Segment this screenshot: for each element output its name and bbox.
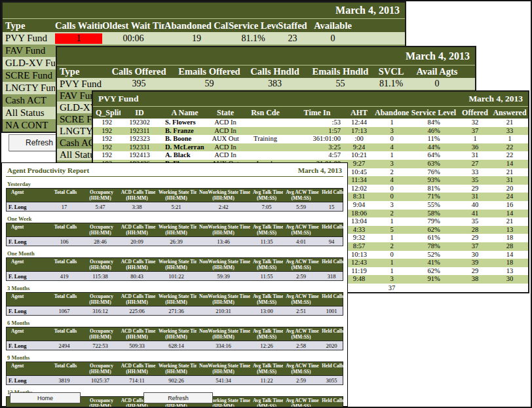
agent-data-row: F. Long2494722:53509:33628:14334:1612:26…	[6, 341, 343, 350]
column-header-name: Held Calls	[319, 224, 344, 230]
column-header-name: Avg ACW Time	[283, 224, 319, 230]
column-header-name: Total Calls	[46, 328, 83, 334]
column-header: Occupancy (HH:MM)	[83, 293, 118, 305]
cell-value: 2:59	[283, 377, 319, 384]
cell-abandoned: 0	[375, 135, 409, 143]
date-label: March 4, 2013	[335, 5, 400, 16]
cell-value: 4:01	[283, 238, 319, 245]
cell-type: GLD-XV Fund	[3, 58, 55, 69]
column-header: Service Level	[229, 20, 278, 31]
cell-answered: 21	[491, 168, 528, 177]
cell-offered: 27	[459, 160, 491, 168]
cell-aht: 10:13	[343, 251, 375, 259]
column-header: Rsn Cde	[240, 108, 291, 118]
column-header: Avg ACW Time (MM:SS)	[283, 293, 319, 305]
cell-value: F. Long	[7, 308, 46, 314]
column-header: Avg Talk Time (MM:SS)	[250, 259, 283, 270]
column-header-name: ACD Calls Time	[118, 363, 156, 369]
column-header-name: ACD Calls Time	[118, 293, 156, 299]
column-header-name: NonWorking State Time	[197, 189, 250, 195]
cell-answered: 22	[491, 143, 528, 152]
cell-emails-offered: 59	[175, 79, 244, 89]
column-header-unit: (MM:SS)	[283, 299, 319, 305]
cell-answered: 31	[491, 176, 528, 185]
column-header-name: Avg Talk Time	[250, 328, 283, 334]
cell-q-split: 192	[93, 143, 121, 152]
offered-board-header-row: TypeCalls OfferedEmails OfferedCalls Hnd…	[57, 65, 475, 78]
column-header: Held Calls	[319, 328, 344, 334]
cell-q-split: 192	[93, 151, 121, 160]
cell-agent-name: S. Flowers	[159, 119, 211, 127]
column-header: Occupancy (HH:MM)	[83, 328, 118, 340]
refresh-button[interactable]: Refresh	[143, 392, 213, 403]
column-header-name: Total Calls	[46, 189, 83, 195]
cell-value: 12:26	[250, 343, 283, 349]
pvy-fund-header-row: Q_SplitIDA NameStateRsn CdeTime InAHTAba…	[93, 106, 528, 119]
cell-answered: 20	[491, 185, 528, 193]
column-header-unit: (MM:SS)	[283, 195, 319, 201]
cell-agent-name: D. McLerran	[159, 143, 211, 152]
cell-id: 192413	[121, 151, 159, 160]
home-button[interactable]: Home	[10, 392, 81, 403]
cell-answered: 16	[491, 201, 528, 210]
report-header: Agent Productivity Report March 4, 2013	[6, 165, 343, 177]
cell-value: 17	[46, 204, 83, 210]
cell-aht: 12:44	[343, 119, 375, 127]
column-header: Calls Waiting	[55, 20, 102, 31]
column-header-unit: (HH:MM)	[197, 265, 250, 270]
cell-answered: 24	[491, 193, 528, 201]
cell-aht: 10:45	[343, 168, 375, 177]
column-header-name: Working State Time	[156, 363, 197, 369]
column-header-name: NonWorking State Time	[197, 328, 250, 334]
cell-service-level: 93%	[409, 176, 459, 185]
column-header-name: Avg Talk Time	[250, 293, 283, 299]
cell-offered: 31	[459, 193, 491, 201]
column-header-name: Occupancy	[83, 293, 118, 299]
cell-offered: 40	[459, 201, 491, 210]
cell-abandoned: 3	[375, 201, 409, 210]
cell-offered: 36	[459, 143, 491, 152]
column-header-name: Held Calls	[319, 189, 344, 195]
cell-abandoned: 5	[375, 226, 409, 234]
column-header-name: Avg ACW Time	[283, 328, 319, 334]
column-header-name: NonWorking State Time	[197, 224, 250, 230]
report-sections: Yesterday Agent Total Calls Occupancy	[6, 179, 343, 408]
column-header-unit: (HH:MM)	[156, 195, 197, 201]
offered-board-titlebar: March 4, 2013	[57, 47, 475, 65]
table-row: 192 192413 A. Black ACD In 4:57 10:21 1 …	[93, 151, 528, 160]
column-header: Avail Agts	[408, 66, 466, 77]
report-section: 3 Months Agent Total Calls Occupancy	[6, 284, 343, 316]
cell-staffed: 23	[278, 33, 307, 44]
cell-value: 902:26	[156, 377, 197, 384]
column-header: ACD Calls Time (HH:MM)	[118, 328, 156, 340]
cell-value: 271:36	[156, 308, 197, 314]
cell-answered: 33	[491, 127, 528, 136]
column-header: AHT	[343, 108, 375, 118]
cell-service-level: 52%	[409, 251, 459, 259]
column-header-name: ACD Calls Time	[118, 189, 156, 195]
status-board-titlebar: March 4, 2013	[3, 3, 405, 18]
cell-q-split: 192	[93, 135, 121, 143]
cell-value: 13:00	[250, 308, 283, 314]
column-header: Abandoned	[375, 108, 409, 118]
column-header-unit: (HH:MM)	[197, 299, 250, 305]
column-header-unit: (MM:SS)	[250, 299, 283, 305]
agent-data-row: F. Long175:473:385:212:427:055:5915	[6, 202, 343, 212]
column-header: State	[211, 108, 240, 118]
column-header: ACD Calls Time (HH:MM)	[118, 224, 156, 236]
cell-value: 11:55	[250, 273, 283, 280]
column-header-name: Total Calls	[46, 224, 83, 230]
cell-value: 1025:37	[83, 377, 118, 384]
column-header-unit: (HH:MM)	[197, 369, 250, 375]
section-label: 3 Months	[6, 284, 343, 292]
cell-value: 115:38	[83, 273, 118, 280]
cell-value: 94	[319, 238, 344, 245]
column-header-name: Working State Time	[156, 189, 197, 195]
cell-value: 3:38	[118, 204, 156, 210]
cell-service-level: 41%	[409, 259, 459, 267]
column-header-name: Held Calls	[319, 328, 344, 334]
date-label: March 4, 2013	[468, 94, 523, 104]
section-label: Yesterday	[6, 179, 343, 188]
column-header-unit: (MM:SS)	[250, 403, 283, 408]
cell-type: NA CONT	[3, 120, 55, 131]
